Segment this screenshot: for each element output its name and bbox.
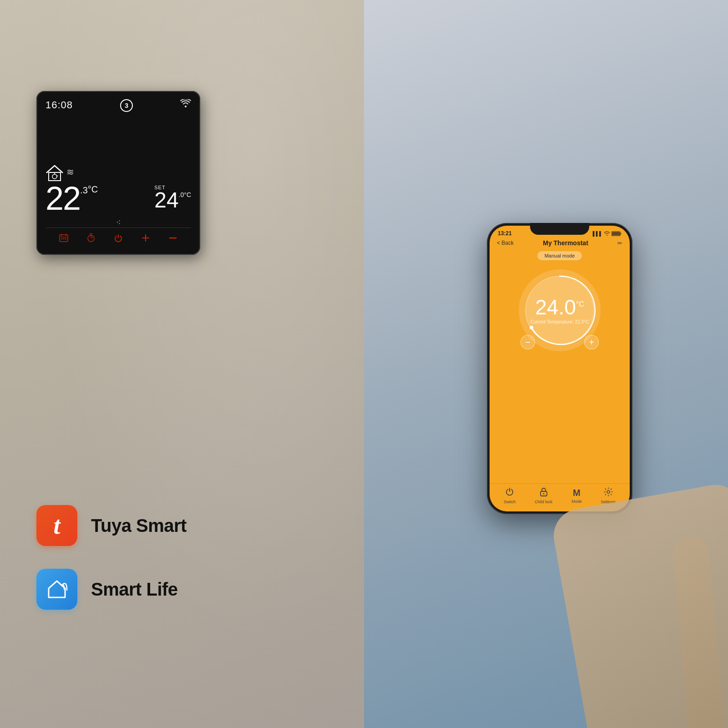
thermostat-control-icons[interactable] [46, 228, 191, 248]
svg-rect-19 [621, 233, 622, 234]
set-temperature: 24 [154, 189, 178, 211]
thermostat-screen: 16:08 3 [46, 99, 191, 228]
battery-icon [612, 231, 622, 236]
brand-section: t Tuya Smart Smart Life [36, 505, 187, 610]
right-panel: 13:21 ▌▌▌ < Back [364, 0, 728, 728]
dial-center: 24.0°C Current Temperature: 22.3°C [531, 297, 589, 324]
dial-current-temp: Current Temperature: 22.3°C [531, 319, 589, 324]
back-button[interactable]: < Back [497, 240, 514, 246]
switch-power-icon [505, 487, 514, 499]
set-decimal: .0 [179, 191, 184, 198]
svg-rect-18 [612, 232, 620, 235]
house-icon [46, 165, 64, 181]
smart-life-brand-item: Smart Life [36, 569, 187, 610]
smart-life-logo [36, 569, 77, 610]
temperature-minus-button[interactable]: − [521, 335, 535, 349]
wifi-status-icon [604, 231, 610, 236]
power-icon[interactable] [110, 232, 126, 247]
set-unit: °C [184, 191, 191, 198]
thermostat-device: 16:08 3 [36, 91, 200, 255]
svg-point-1 [52, 174, 57, 179]
current-temperature: 22 [46, 182, 80, 215]
wifi-icon [180, 99, 191, 110]
set-temp-display: 24 .0 °C [154, 189, 191, 211]
temperature-dial: 24.0°C Current Temperature: 22.3°C − + [514, 265, 605, 356]
app-header: < Back My Thermostat ✏ [490, 238, 630, 249]
temperature-plus-button[interactable]: + [584, 335, 599, 349]
child-lock-icon [540, 487, 548, 499]
program-number-icon: 3 [120, 99, 133, 112]
minus-icon[interactable] [165, 232, 181, 247]
svg-line-12 [91, 237, 92, 238]
smart-life-brand-name: Smart Life [91, 579, 178, 600]
set-temp-block: SET 24 .0 °C [154, 185, 191, 211]
current-temp-block: ≋ 22 .3 °C [46, 165, 98, 215]
tuya-logo: t [36, 505, 77, 546]
nav-child-lock-label: Child lock [535, 500, 552, 504]
schedule-icon[interactable] [56, 232, 72, 247]
nav-mode-label: Mode [571, 499, 582, 504]
settings-gear-icon [604, 487, 613, 499]
svg-rect-9 [65, 238, 66, 239]
status-icons: ▌▌▌ [593, 231, 622, 236]
nav-switch-label: Switch [504, 500, 516, 504]
current-unit: °C [88, 185, 98, 194]
phone-screen: 13:21 ▌▌▌ < Back [490, 226, 630, 511]
thermostat-main-area: ≋ 22 .3 °C SET 24 .0 °C [46, 114, 191, 217]
app-title: My Thermostat [543, 239, 588, 247]
phone-notch [530, 223, 589, 235]
mode-badge[interactable]: Manual mode [537, 251, 582, 260]
plus-icon[interactable] [137, 232, 154, 247]
touch-indicator: ⁖ [46, 217, 191, 228]
mode-badge-container: Manual mode [490, 251, 630, 260]
svg-point-24 [543, 493, 544, 495]
nav-mode[interactable]: M Mode [571, 488, 582, 504]
nav-settings[interactable]: Settings [601, 487, 616, 504]
phone-device: 13:21 ▌▌▌ < Back [487, 223, 632, 514]
left-panel: 16:08 3 [0, 0, 364, 728]
heat-waves-icon: ≋ [66, 167, 74, 177]
thermostat-top-row: 16:08 3 [46, 99, 191, 112]
svg-rect-3 [60, 235, 68, 242]
edit-icon[interactable]: ✏ [617, 240, 622, 247]
svg-point-22 [530, 326, 533, 329]
mode-m-icon: M [573, 488, 581, 498]
signal-icon: ▌▌▌ [593, 231, 602, 236]
tuya-brand-item: t Tuya Smart [36, 505, 187, 546]
smart-life-icon [44, 576, 70, 602]
timer-icon[interactable] [83, 232, 99, 247]
svg-rect-8 [63, 238, 65, 239]
house-icon-area: ≋ [46, 165, 74, 181]
svg-point-25 [607, 490, 610, 493]
current-temp-display: 22 .3 °C [46, 182, 98, 215]
nav-child-lock[interactable]: Child lock [535, 487, 552, 504]
current-decimal: .3 [80, 186, 88, 195]
nav-switch[interactable]: Switch [504, 487, 516, 504]
tuya-brand-name: Tuya Smart [91, 516, 187, 536]
dial-set-temp: 24.0°C [531, 297, 589, 318]
thermostat-time: 16:08 [46, 99, 73, 111]
status-time: 13:21 [498, 230, 512, 237]
svg-rect-7 [61, 238, 62, 239]
